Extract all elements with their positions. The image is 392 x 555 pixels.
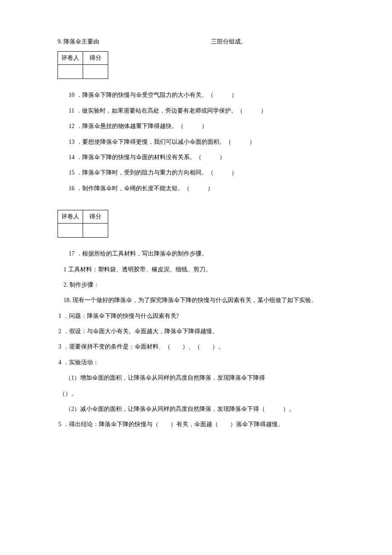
question-10: 10 ．降落伞下降的快慢与伞受空气阻力的大小有关。（ ） [69,87,337,103]
document-page: 9. 降落伞主要由 三部分组成。 评卷人 得分 10 ．降落伞下降的快慢与伞受空… [0,0,392,467]
q18-p5: 5 ．得出结论：降落伞下降的快慢与（ ）有关，伞面越（ ）落伞下降得越慢。 [58,417,337,432]
q17-materials: 1 工具材料：塑料袋、透明胶带、橡皮泥、细线、剪刀。 [58,262,337,277]
grader-header: 评卷人 [58,52,83,65]
question-12: 12 ．降落伞悬挂的物体越重下降得越快。（ ） [69,119,337,134]
score-header: 得分 [83,52,108,65]
question-14: 14 ．降落伞下降的快慢与伞面的材料没有关系。（ ） [69,150,337,165]
q18-p4-1a: （1）增加伞面的面积，让降落伞从同样的高度自然降落，发现降落伞下降得 [58,370,337,386]
q18-p3: 3 ．需要保持不变的条件是：伞面材料、（ ）、（ ）。 [58,339,337,355]
question-17: 17 ．根据所给的工具材料，写出降落伞的制作步骤。 [58,246,337,262]
q18-p2: 2 ．假设：与伞面大小有关。伞面越大，降落伞下降得越慢。 [58,324,337,339]
q17-prompt: 17 ．根据所给的工具材料，写出降落伞的制作步骤。 [69,246,337,262]
question-13: 13 ．要想使降落伞下降得更慢，我们可以减小伞面的面积。（ ） [69,134,337,150]
score-table-1: 评卷人 得分 [58,51,108,79]
q17-body: 1 工具材料：塑料袋、透明胶带、橡皮泥、细线、剪刀。 2. 制作步骤： 18. … [58,262,337,308]
q18-intro: 18. 现有一个做好的降落伞，为了探究降落伞下降的快慢与什么因素有关，某小组做了… [58,293,337,308]
grader-cell [58,65,83,79]
score-cell-2 [83,224,108,238]
true-false-section: 10 ．降落伞下降的快慢与伞受空气阻力的大小有关。（ ） 11 ．做实验时，如果… [58,87,337,196]
score-cell [83,65,108,79]
question-18-body: 1 ．问题：降落伞下降的快慢与什么因素有关? 2 ．假设：与伞面大小有关。伞面越… [58,308,337,433]
score-table-2: 评卷人 得分 [58,210,108,238]
question-11: 11 ．做实验时，如果需要站在高处，旁边要有老师或同学保护。（ ） [69,103,337,119]
score-header-2: 得分 [83,210,108,224]
q18-p4: 4 ．实验活动： [58,355,337,370]
grader-header-2: 评卷人 [58,210,83,224]
q18-p1: 1 ．问题：降落伞下降的快慢与什么因素有关? [58,308,337,324]
q18-p4-1b: （）。 [58,386,337,401]
q18-p4-2: （2）减小伞面的面积，让降落伞从同样的高度自然降落，发现降落伞下得（ ）。 [58,401,337,417]
grader-cell-2 [58,224,83,238]
question-16: 16 ．制作降落伞时，伞绳的长度不能太短。（ ） [69,181,337,196]
q9-stem-right: 三部分组成。 [211,34,247,49]
question-15: 15 ．降落伞下降时，受到的阻力与重力的方向相同。（ ） [69,165,337,180]
q17-steps-label: 2. 制作步骤： [58,277,337,293]
q9-stem-left: 9. 降落伞主要由 [58,34,99,49]
question-9: 9. 降落伞主要由 三部分组成。 [58,34,337,49]
